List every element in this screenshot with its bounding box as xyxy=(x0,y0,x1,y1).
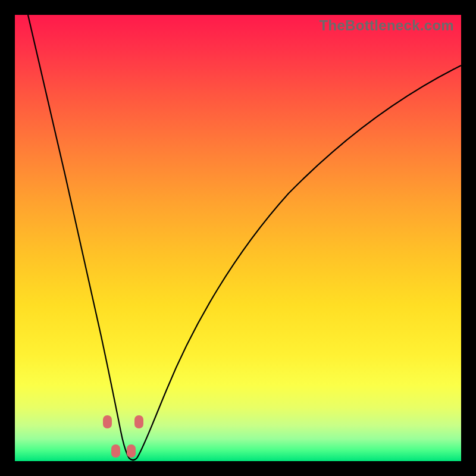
marker-group xyxy=(103,415,143,458)
bottleneck-curve-path xyxy=(28,15,461,460)
curve-marker xyxy=(127,444,136,458)
curve-marker xyxy=(111,444,120,458)
curve-marker xyxy=(103,415,112,428)
curve-marker xyxy=(134,415,143,428)
chart-svg xyxy=(15,15,461,461)
chart-plot-area: TheBottleneck.com xyxy=(15,15,461,461)
